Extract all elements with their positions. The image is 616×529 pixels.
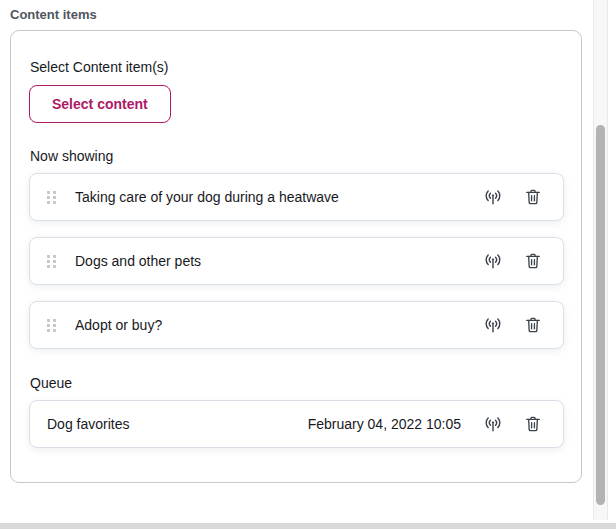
now-showing-list: Taking care of your dog during a heatwav… xyxy=(29,173,564,349)
trash-icon[interactable] xyxy=(523,315,543,335)
queue-heading: Queue xyxy=(30,374,564,392)
broadcast-icon[interactable] xyxy=(483,187,503,207)
content-item-title: Dogs and other pets xyxy=(75,253,463,269)
queue-item-row: Dog favorites February 04, 2022 10:05 xyxy=(29,400,564,448)
queue-list: Dog favorites February 04, 2022 10:05 xyxy=(29,400,564,448)
drag-handle-icon[interactable] xyxy=(47,319,56,332)
content-item-row: Taking care of your dog during a heatwav… xyxy=(29,173,564,221)
broadcast-icon[interactable] xyxy=(483,251,503,271)
bottom-divider xyxy=(0,523,616,529)
trash-icon[interactable] xyxy=(523,414,543,434)
content-item-row: Dogs and other pets xyxy=(29,237,564,285)
vertical-scrollbar-thumb[interactable] xyxy=(596,125,605,505)
queue-item-timestamp: February 04, 2022 10:05 xyxy=(308,416,461,432)
content-item-title: Adopt or buy? xyxy=(75,317,463,333)
trash-icon[interactable] xyxy=(523,251,543,271)
vertical-scrollbar-track[interactable] xyxy=(593,0,608,520)
now-showing-heading: Now showing xyxy=(30,147,564,165)
broadcast-icon[interactable] xyxy=(483,315,503,335)
content-items-panel: Select Content item(s) Select content No… xyxy=(10,30,582,483)
content-item-row: Adopt or buy? xyxy=(29,301,564,349)
select-content-heading: Select Content item(s) xyxy=(30,58,564,76)
drag-handle-icon[interactable] xyxy=(47,191,56,204)
drag-handle-icon[interactable] xyxy=(47,255,56,268)
queue-item-title: Dog favorites xyxy=(47,416,308,432)
content-item-title: Taking care of your dog during a heatwav… xyxy=(75,189,463,205)
trash-icon[interactable] xyxy=(523,187,543,207)
broadcast-icon[interactable] xyxy=(483,414,503,434)
select-content-button[interactable]: Select content xyxy=(29,85,171,123)
page-title: Content items xyxy=(10,7,97,22)
